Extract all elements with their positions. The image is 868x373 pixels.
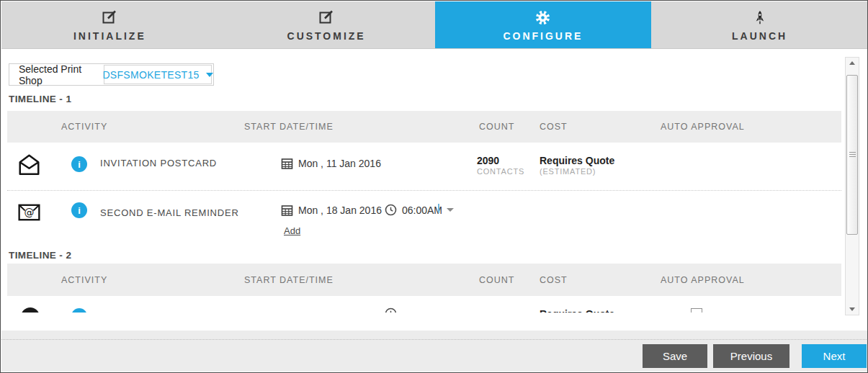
column-header-cost: COST [540, 122, 568, 132]
column-header-activity: ACTIVITY [61, 275, 107, 285]
scrollable-timeline-area: Selected Print Shop DSFSMOKETEST15 TIMEL… [1, 49, 843, 313]
table-row-partial: i Requires Quote [1, 296, 843, 313]
vertical-scrollbar[interactable] [845, 57, 859, 315]
scroll-up-button[interactable] [846, 58, 859, 68]
tab-initialize[interactable]: INITIALIZE [1, 1, 218, 48]
edit-icon [318, 8, 335, 27]
arrow-down-icon [849, 307, 855, 311]
tab-launch[interactable]: LAUNCH [651, 1, 868, 48]
tab-customize[interactable]: CUSTOMIZE [218, 1, 435, 48]
cost-sub-label: (ESTIMATED) [540, 167, 596, 176]
add-link[interactable]: Add [284, 225, 300, 236]
scrollbar-grip-icon [849, 152, 856, 158]
print-shop-box: Selected Print Shop DSFSMOKETEST15 [9, 63, 214, 86]
activity-name: INVITATION POSTCARD [100, 158, 217, 168]
info-icon[interactable]: i [71, 156, 87, 172]
clock-icon[interactable] [385, 307, 397, 313]
scrollbar-thumb[interactable] [846, 75, 858, 235]
next-button[interactable]: Next [802, 344, 867, 368]
clock-icon[interactable] [385, 204, 397, 216]
activity-name: SECOND E-MAIL REMINDER [100, 207, 239, 218]
save-button[interactable]: Save [643, 344, 707, 368]
email-at-icon: @ [17, 202, 42, 223]
column-header-start-date-time: START DATE/TIME [244, 122, 334, 132]
tab-launch-label: LAUNCH [732, 30, 787, 42]
info-icon[interactable]: i [71, 202, 87, 218]
svg-text:@: @ [24, 207, 35, 218]
count-value: 2090 [477, 155, 499, 166]
text-cursor [438, 204, 439, 213]
previous-button[interactable]: Previous [713, 344, 789, 368]
column-header-auto-approval: AUTO APPROVAL [661, 122, 745, 132]
column-header-cost: COST [540, 275, 568, 285]
chevron-down-icon [206, 73, 213, 77]
table-row-invitation-postcard: i INVITATION POSTCARD Mon , 11 Jan 2016 … [1, 143, 843, 190]
start-date-value[interactable]: Mon , 11 Jan 2016 [298, 158, 381, 169]
timeline-2-header-row: ACTIVITY START DATE/TIME COUNT COST AUTO… [7, 264, 841, 296]
calendar-icon[interactable] [281, 158, 293, 169]
configure-content: Selected Print Shop DSFSMOKETEST15 TIMEL… [1, 49, 868, 332]
column-header-auto-approval: AUTO APPROVAL [661, 275, 745, 285]
count-sub-label: CONTACTS [477, 167, 524, 176]
footer-bar: Save Previous Next [1, 331, 868, 372]
start-time-value[interactable]: 06:00AM [402, 205, 442, 216]
info-icon[interactable]: i [71, 308, 87, 313]
wizard-step-bar: INITIALIZE CUSTOMIZE CONFIGURE [1, 1, 868, 49]
tab-configure-label: CONFIGURE [503, 30, 583, 42]
scroll-down-button[interactable] [846, 304, 859, 315]
cost-value: Requires Quote [540, 308, 614, 313]
tab-customize-label: CUSTOMIZE [287, 30, 366, 42]
arrow-up-icon [849, 61, 855, 65]
print-shop-label: Selected Print Shop [9, 63, 104, 86]
tab-initialize-label: INITIALIZE [73, 30, 146, 42]
campaign-configure-window: INITIALIZE CUSTOMIZE CONFIGURE [0, 0, 868, 373]
print-shop-selected-value: DSFSMOKETEST15 [102, 69, 199, 81]
auto-approval-checkbox[interactable] [691, 308, 702, 313]
column-header-count: COUNT [479, 122, 514, 132]
column-header-activity: ACTIVITY [61, 122, 107, 132]
print-shop-dropdown[interactable]: DSFSMOKETEST15 [104, 65, 212, 84]
gear-icon [534, 8, 552, 27]
calendar-icon[interactable] [281, 205, 293, 216]
timeline-2-title: TIMELINE - 2 [9, 250, 71, 261]
column-header-count: COUNT [479, 275, 514, 285]
rocket-icon [752, 8, 768, 27]
filled-circle-activity-icon [21, 307, 40, 313]
footer-divider [1, 339, 868, 340]
start-date-value[interactable]: Mon , 18 Jan 2016 [298, 205, 382, 216]
open-envelope-icon [16, 152, 42, 178]
tab-configure[interactable]: CONFIGURE [435, 1, 652, 48]
cost-value: Requires Quote [540, 155, 614, 166]
timeline-1-title: TIMELINE - 1 [9, 94, 71, 104]
column-header-start-date-time: START DATE/TIME [244, 275, 334, 285]
time-dropdown-chevron-icon[interactable] [447, 208, 454, 212]
timeline-1-header-row: ACTIVITY START DATE/TIME COUNT COST AUTO… [7, 111, 841, 143]
table-row-second-email-reminder: @ i SECOND E-MAIL REMINDER Mon , 18 Ja [1, 191, 843, 246]
edit-icon [101, 8, 118, 27]
